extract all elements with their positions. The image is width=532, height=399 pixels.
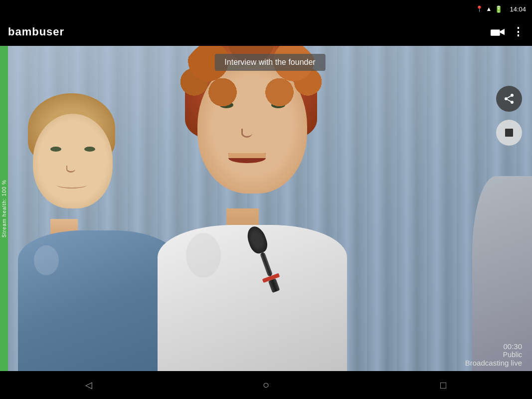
recents-icon: □ xyxy=(440,380,446,391)
shirt-left xyxy=(18,230,177,371)
mic-neck xyxy=(259,251,272,276)
share-icon xyxy=(503,93,515,105)
back-button[interactable]: ◁ xyxy=(74,375,104,395)
stream-health-bar: Stream health: 100 % xyxy=(0,46,8,371)
share-button[interactable] xyxy=(496,86,522,112)
stop-icon xyxy=(504,127,515,138)
svg-line-5 xyxy=(508,100,511,102)
svg-point-2 xyxy=(511,94,514,97)
camera-switch-button[interactable] xyxy=(491,27,505,37)
stop-button[interactable] xyxy=(496,120,522,146)
stream-title: Interview with the founder xyxy=(214,54,325,71)
video-area: Stream health: 100 % xyxy=(0,46,532,371)
home-icon: ○ xyxy=(263,379,269,392)
svg-point-4 xyxy=(511,101,514,104)
overflow-menu-button[interactable]: ⋮ xyxy=(513,25,524,38)
status-time: 14:04 xyxy=(510,5,526,13)
home-button[interactable]: ○ xyxy=(251,375,281,395)
battery-icon: 🔋 xyxy=(495,5,503,13)
bottom-info: 00:30 Public Broadcasting live xyxy=(465,342,522,367)
wifi-icon: ▲ xyxy=(486,5,492,12)
svg-line-6 xyxy=(508,96,511,98)
stream-timer: 00:30 xyxy=(465,342,522,351)
recents-button[interactable]: □ xyxy=(428,375,458,395)
svg-point-3 xyxy=(505,97,508,100)
svg-rect-0 xyxy=(491,29,500,35)
location-icon: 📍 xyxy=(476,5,483,12)
overflow-icon: ⋮ xyxy=(513,25,524,38)
svg-marker-1 xyxy=(500,29,505,35)
face-left xyxy=(33,114,113,208)
stream-visibility: Public xyxy=(465,351,522,359)
stream-health-label: Stream health: 100 % xyxy=(1,180,7,237)
app-bar: bambuser ⋮ xyxy=(0,18,532,46)
back-icon: ◁ xyxy=(85,380,92,391)
svg-rect-7 xyxy=(505,129,513,137)
status-bar: 📍 ▲ 🔋 14:04 xyxy=(0,0,532,18)
broadcasting-status: Broadcasting live xyxy=(465,359,522,367)
app-logo: bambuser xyxy=(8,25,64,38)
nav-bar: ◁ ○ □ xyxy=(0,371,532,399)
camera-icon xyxy=(491,27,505,37)
video-content: Interview with the founder 00:30 Public … xyxy=(8,46,532,371)
